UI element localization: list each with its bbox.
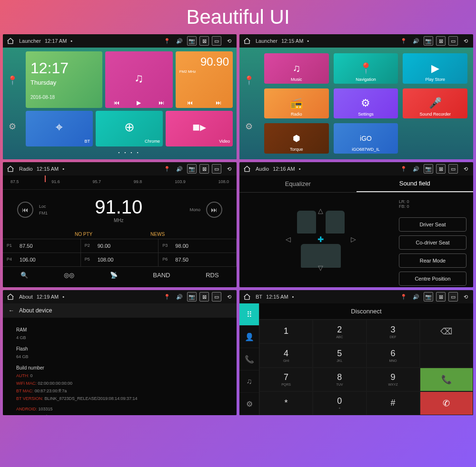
clear-key[interactable] (420, 343, 473, 367)
tab-soundfield[interactable]: Sound field (357, 175, 474, 192)
location-icon[interactable]: 📍 (399, 292, 408, 302)
arrow-down-icon[interactable]: ▽ (318, 264, 323, 272)
preset-3[interactable]: P398.00 (159, 239, 237, 253)
equalizer-icon[interactable]: ⚙ (245, 121, 253, 132)
close-icon[interactable]: ⊠ (199, 292, 209, 302)
next-icon[interactable]: ⏭ (216, 99, 221, 106)
arrow-right-icon[interactable]: ▷ (351, 235, 356, 243)
bluetooth-tile[interactable]: ⌖ BT (26, 111, 93, 146)
back-arrow-icon[interactable]: ← (9, 307, 14, 314)
preset-5[interactable]: P5108.00 (81, 253, 159, 266)
volume-icon[interactable]: 🔊 (175, 36, 184, 46)
close-icon[interactable]: ⊠ (436, 292, 446, 302)
camera-icon[interactable]: 📷 (424, 164, 433, 174)
key-5[interactable]: 5JKL (313, 343, 366, 367)
location-icon[interactable]: 📍 (162, 164, 172, 174)
key-7[interactable]: 7PQRS (259, 368, 313, 391)
back-icon[interactable]: ⟲ (224, 164, 234, 174)
volume-icon[interactable]: 🔊 (175, 292, 184, 302)
preset-4[interactable]: P4106.00 (3, 253, 81, 266)
camera-icon[interactable]: 📷 (424, 36, 433, 46)
centre-position-button[interactable]: Centre Position (399, 272, 466, 286)
music-tile[interactable]: ♫ ⏮ ▶ ⏭ (105, 51, 173, 108)
home-icon[interactable] (6, 292, 15, 302)
app-torque[interactable]: ⬢Torque (264, 123, 329, 154)
band-button[interactable]: BAND (153, 272, 170, 279)
arrow-left-icon[interactable]: ◁ (286, 235, 291, 243)
close-icon[interactable]: ⊠ (199, 36, 209, 46)
key-3[interactable]: 3DEF (367, 320, 420, 343)
driver-seat-button[interactable]: Driver Seat (399, 217, 466, 232)
antenna-icon[interactable]: 📡 (110, 272, 118, 279)
prev-icon[interactable]: ⏮ (187, 99, 193, 106)
dialpad-tab[interactable]: ⠿ (239, 303, 259, 326)
key-star[interactable]: * (259, 391, 313, 415)
call-button[interactable]: 📞 (420, 368, 473, 391)
arrow-up-icon[interactable]: △ (318, 207, 323, 214)
preset-1[interactable]: P187.50 (3, 239, 81, 253)
key-9[interactable]: 9WXYZ (367, 368, 420, 391)
search-icon[interactable]: 🔍 (20, 272, 28, 279)
window-icon[interactable]: ▭ (448, 36, 458, 46)
camera-icon[interactable]: 📷 (424, 292, 433, 302)
rds-button[interactable]: RDS (206, 272, 218, 279)
next-icon[interactable]: ⏭ (159, 99, 164, 106)
close-icon[interactable]: ⊠ (436, 36, 446, 46)
video-tile[interactable]: ■▸ Video (166, 111, 233, 146)
pin-icon[interactable]: 📍 (244, 75, 254, 86)
codriver-seat-button[interactable]: Co-driver Seat (399, 235, 466, 250)
frequency-scale[interactable]: 87.591.695.799.8103.9108.0 (3, 175, 237, 190)
window-icon[interactable]: ▭ (448, 292, 458, 302)
location-icon[interactable]: 📍 (399, 164, 408, 174)
window-icon[interactable]: ▭ (212, 164, 221, 174)
close-icon[interactable]: ⊠ (199, 164, 209, 174)
location-icon[interactable]: 📍 (162, 292, 172, 302)
back-icon[interactable]: ⟲ (461, 36, 470, 46)
window-icon[interactable]: ▭ (448, 164, 458, 174)
key-hash[interactable]: # (367, 391, 420, 415)
close-icon[interactable]: ⊠ (436, 164, 446, 174)
back-icon[interactable]: ⟲ (224, 292, 234, 302)
window-icon[interactable]: ▭ (212, 36, 221, 46)
backspace-key[interactable]: ⌫ (420, 320, 473, 343)
pin-icon[interactable]: 📍 (7, 75, 18, 86)
key-1[interactable]: 1 (259, 320, 313, 343)
location-icon[interactable]: 📍 (399, 36, 408, 46)
tab-equalizer[interactable]: Equalizer (239, 175, 357, 192)
app-music[interactable]: ♫Music (264, 53, 329, 84)
back-icon[interactable]: ⟲ (224, 36, 234, 46)
stereo-icon[interactable]: ◎◎ (64, 272, 74, 279)
home-icon[interactable] (242, 164, 252, 174)
volume-icon[interactable]: 🔊 (411, 36, 421, 46)
camera-icon[interactable]: 📷 (187, 292, 197, 302)
key-4[interactable]: 4GHI (259, 343, 313, 367)
app-igo[interactable]: iGOiGO687WD_IL (334, 123, 398, 154)
disconnect-button[interactable]: Disconnect (259, 303, 473, 320)
back-icon[interactable]: ⟲ (461, 164, 470, 174)
back-icon[interactable]: ⟲ (461, 292, 470, 302)
about-header[interactable]: ← About device (3, 303, 237, 318)
equalizer-icon[interactable]: ⚙ (9, 121, 16, 132)
app-soundrecorder[interactable]: 🎤Sound Recorder (403, 88, 467, 119)
preset-6[interactable]: P687.50 (159, 253, 237, 266)
home-icon[interactable] (6, 164, 15, 174)
chrome-tile[interactable]: ⊕ Chrome (96, 111, 163, 146)
next-station-button[interactable]: ⏭ (206, 202, 222, 218)
camera-icon[interactable]: 📷 (187, 36, 197, 46)
app-settings[interactable]: ⚙Settings (334, 88, 398, 119)
location-icon[interactable]: 📍 (162, 36, 172, 46)
end-call-button[interactable]: ✆ (420, 391, 473, 415)
volume-icon[interactable]: 🔊 (411, 164, 421, 174)
key-6[interactable]: 6MNO (367, 343, 420, 367)
prev-icon[interactable]: ⏮ (114, 99, 119, 106)
music-tab[interactable]: ♫ (239, 370, 259, 393)
app-navigation[interactable]: 📍Navigation (334, 53, 398, 84)
camera-icon[interactable]: 📷 (187, 164, 197, 174)
home-icon[interactable] (6, 36, 15, 46)
key-0[interactable]: 0+ (313, 391, 366, 415)
settings-tab[interactable]: ⚙ (239, 393, 259, 415)
prev-station-button[interactable]: ⏮ (17, 202, 33, 218)
play-icon[interactable]: ▶ (137, 99, 141, 106)
app-radio[interactable]: 📻Radio (264, 88, 329, 119)
seat-position-control[interactable]: ✚ △ ▽ ◁ ▷ (297, 211, 345, 268)
